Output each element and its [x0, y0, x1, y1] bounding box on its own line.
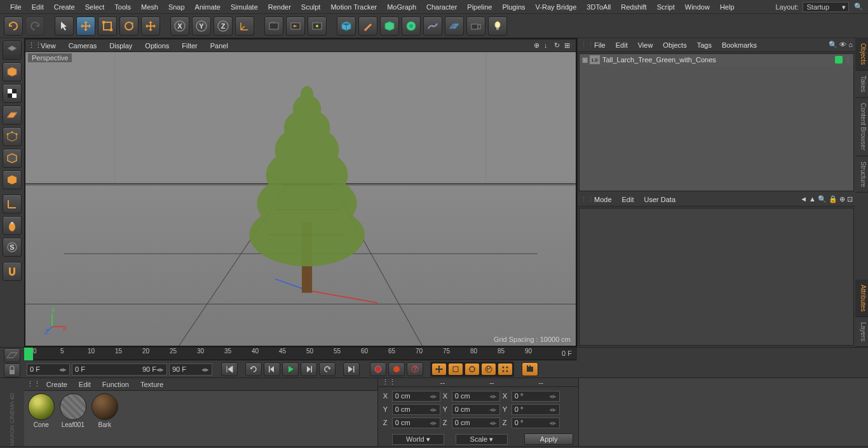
object-tree[interactable]: ⊞ L0 Tall_Larch_Tree_Green_with_Cones ⋮: [579, 53, 854, 191]
magnet-button[interactable]: [3, 262, 22, 281]
menu-create[interactable]: Create: [49, 3, 80, 11]
nav-back-icon[interactable]: ◄: [800, 195, 807, 203]
goto-end-button[interactable]: [343, 362, 360, 376]
frame-from-field[interactable]: 0 F90 F◂▸: [72, 363, 167, 376]
deformers-button[interactable]: [402, 17, 421, 36]
points-mode-button[interactable]: [3, 127, 22, 146]
tl-grid-button[interactable]: [4, 348, 20, 362]
camera-button[interactable]: [466, 17, 485, 36]
frame-current-field[interactable]: 90 F◂▸: [169, 363, 212, 376]
menu-redshift[interactable]: Redshift: [616, 3, 651, 11]
render-picture-button[interactable]: [308, 17, 327, 36]
pos-field[interactable]: 0 cm◂▸: [392, 417, 440, 428]
menu-simulate[interactable]: Simulate: [226, 3, 263, 11]
home-icon[interactable]: ⌂: [848, 41, 853, 49]
menu-render[interactable]: Render: [263, 3, 296, 11]
menu-script[interactable]: Script: [652, 3, 680, 11]
next-frame-button[interactable]: [301, 362, 317, 376]
menu-help[interactable]: Help: [715, 3, 740, 11]
mat-menu-texture[interactable]: Texture: [135, 381, 169, 388]
menu-mograph[interactable]: MoGraph: [382, 3, 421, 11]
z-axis-button[interactable]: Z: [214, 17, 233, 36]
object-name[interactable]: Tall_Larch_Tree_Green_with_Cones: [602, 56, 832, 64]
playhead[interactable]: [24, 348, 33, 360]
vp-nav-icon-4[interactable]: ⊞: [564, 41, 573, 50]
grip-icon[interactable]: ⋮⋮: [27, 380, 41, 388]
snap-button[interactable]: S: [3, 238, 22, 257]
scale-tool-button[interactable]: [98, 17, 117, 36]
light-button[interactable]: [488, 17, 507, 36]
search-icon[interactable]: 🔍: [854, 3, 863, 11]
tab-attributes[interactable]: Attributes: [855, 280, 868, 317]
primitive-cube-button[interactable]: [337, 17, 356, 36]
render-view-button[interactable]: [286, 17, 305, 36]
search-icon[interactable]: 🔍: [818, 195, 827, 203]
vp-menu-panel[interactable]: Panel: [204, 42, 234, 50]
y-axis-button[interactable]: Y: [192, 17, 211, 36]
freeform-tool-button[interactable]: [141, 17, 160, 36]
menu-select[interactable]: Select: [80, 3, 110, 11]
tab-takes[interactable]: Takes: [855, 71, 868, 98]
menu-edit[interactable]: Edit: [27, 3, 49, 11]
model-mode-button[interactable]: [3, 62, 22, 81]
undo-button[interactable]: [4, 17, 23, 36]
obj-menu-objects[interactable]: Objects: [658, 41, 691, 49]
play-button[interactable]: [282, 362, 299, 376]
tl-lock-button[interactable]: [4, 363, 20, 377]
pos-field[interactable]: 0 cm◂▸: [392, 404, 440, 415]
menu-plugins[interactable]: Plugins: [497, 3, 530, 11]
rot-field[interactable]: 0 °◂▸: [512, 404, 560, 415]
apply-button[interactable]: Apply: [524, 433, 574, 445]
generators-button[interactable]: [380, 17, 399, 36]
loop-button[interactable]: [245, 362, 262, 376]
attr-menu-userdata[interactable]: User Data: [639, 196, 681, 203]
vp-menu-display[interactable]: Display: [103, 42, 139, 50]
menu-sculpt[interactable]: Sculpt: [296, 3, 326, 11]
search-icon[interactable]: 🔍: [829, 41, 837, 49]
vp-nav-icon-3[interactable]: ↻: [554, 41, 563, 50]
vp-menu-cameras[interactable]: Cameras: [62, 42, 104, 50]
vp-menu-options[interactable]: Options: [139, 42, 175, 50]
material-swatch[interactable]: Bark: [90, 393, 119, 444]
obj-menu-edit[interactable]: Edit: [611, 41, 633, 49]
size-field[interactable]: 0 cm◂▸: [452, 417, 500, 428]
menu-pipeline[interactable]: Pipeline: [462, 3, 497, 11]
timeline-window-button[interactable]: [522, 362, 538, 376]
grip-icon[interactable]: ⋮⋮: [580, 195, 589, 203]
pos-field[interactable]: 0 cm◂▸: [392, 391, 440, 402]
keyframe-help-button[interactable]: ?: [407, 362, 423, 376]
layer-dots-icon[interactable]: ⋮: [844, 56, 851, 64]
menu-tools[interactable]: Tools: [109, 3, 136, 11]
key-rot-button[interactable]: [465, 363, 480, 376]
workplane-button[interactable]: [3, 105, 22, 125]
key-pos-button[interactable]: [431, 363, 447, 376]
size-field[interactable]: 0 cm◂▸: [452, 391, 500, 402]
nav-up-icon[interactable]: ▲: [809, 195, 816, 203]
lock-icon[interactable]: 🔒: [829, 195, 837, 203]
mat-menu-edit[interactable]: Edit: [73, 381, 97, 388]
vp-nav-icon-1[interactable]: ⊕: [534, 41, 543, 50]
x-axis-button[interactable]: X: [170, 17, 189, 36]
vp-menu-view[interactable]: View: [34, 42, 62, 50]
make-editable-button[interactable]: [3, 41, 22, 60]
mat-menu-function[interactable]: Function: [97, 381, 135, 388]
key-pla-button[interactable]: [498, 363, 513, 376]
loop-forward-button[interactable]: [319, 362, 336, 376]
tab-layers[interactable]: Layers: [855, 317, 868, 347]
vp-menu-filter[interactable]: Filter: [175, 42, 203, 50]
record-button[interactable]: [370, 362, 386, 376]
grip-icon[interactable]: ⋮⋮: [28, 41, 34, 50]
axis-button[interactable]: [3, 194, 22, 214]
tab-content-browser[interactable]: Content Browser: [855, 98, 868, 156]
obj-menu-bookmarks[interactable]: Bookmarks: [717, 41, 762, 49]
spline-pen-button[interactable]: [358, 17, 377, 36]
tab-structure[interactable]: Structure: [855, 156, 868, 193]
menu-animate[interactable]: Animate: [190, 3, 226, 11]
expand-icon[interactable]: ⊞: [582, 56, 590, 64]
key-scale-button[interactable]: [448, 363, 463, 376]
render-settings-button[interactable]: [264, 17, 283, 36]
rot-field[interactable]: 0 °◂▸: [512, 417, 560, 428]
floor-button[interactable]: [445, 17, 464, 36]
viewport[interactable]: ⋮⋮ View Cameras Display Options Filter P…: [24, 38, 577, 347]
menu-motiontracker[interactable]: Motion Tracker: [325, 3, 382, 11]
